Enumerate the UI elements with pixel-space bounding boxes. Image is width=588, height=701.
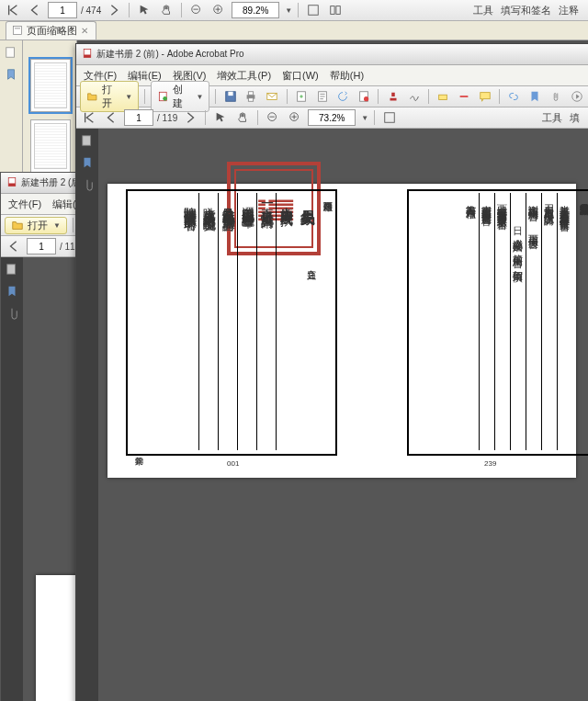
bookmarks-panel-icon[interactable]	[81, 156, 94, 169]
menu-help[interactable]: 帮助(H)	[326, 69, 368, 83]
delete-page-button[interactable]	[356, 87, 373, 106]
menu-plugins[interactable]: 增效工具(P)	[213, 69, 275, 83]
bookmarks-panel-icon[interactable]	[5, 68, 17, 81]
right-col-1: 半草書大書雜書寰書反左書行押書微書景書	[557, 193, 572, 450]
stamp-button[interactable]	[384, 87, 401, 106]
print-button[interactable]	[243, 87, 260, 106]
pdf-icon	[6, 176, 17, 189]
svg-rect-30	[385, 113, 395, 123]
svg-rect-4	[336, 6, 340, 15]
left-col-1: 唐太常少卿段成式撰	[276, 193, 295, 450]
pointer-tool-button[interactable]	[135, 1, 153, 19]
thumbnail-1[interactable]	[30, 59, 71, 112]
tools-link[interactable]: 工具	[473, 4, 493, 17]
edit-text-button[interactable]	[313, 87, 331, 106]
fill-link-partial[interactable]: 填	[570, 111, 580, 125]
left-col-6: 鴞味豐螢號下箸乎固復而不恥者	[180, 193, 198, 450]
pages-panel-icon[interactable]	[5, 46, 17, 59]
rotate-button[interactable]	[334, 87, 352, 106]
prev-page-button[interactable]	[5, 237, 23, 255]
zoom-dropdown-icon[interactable]: ▼	[285, 6, 292, 15]
menu-file[interactable]: 文件(F)	[5, 198, 45, 211]
prev-page-button[interactable]	[102, 108, 120, 127]
page-number-input[interactable]	[124, 109, 153, 126]
hand-tool-button[interactable]	[233, 108, 252, 127]
page-total-label: / 474	[81, 6, 101, 16]
prev-page-button[interactable]	[26, 1, 44, 19]
zoom-out-button[interactable]	[264, 108, 282, 127]
export-pdf-button[interactable]	[292, 87, 310, 106]
attach-button[interactable]	[548, 87, 565, 106]
pdf-icon	[82, 48, 93, 61]
page-number-input[interactable]	[27, 238, 56, 254]
link-button[interactable]	[505, 87, 523, 106]
svg-rect-3	[331, 6, 334, 15]
reading-mode-button[interactable]	[326, 1, 345, 19]
open-button[interactable]: 打开▼	[5, 217, 67, 234]
zoom-out-button[interactable]	[187, 1, 206, 19]
base-right-links: 工具 填写和签名 注释	[473, 4, 584, 17]
pointer-tool-button[interactable]	[211, 108, 230, 127]
right-col-5: 西域書有驢書蓮書節分晉大秦書駅來書	[494, 193, 510, 450]
thumbnail-2[interactable]	[30, 119, 71, 173]
zoom-in-button[interactable]	[209, 1, 228, 19]
left-col-4: 之餘及惟及戲無侵於儒無若詩書	[218, 193, 237, 450]
multimedia-button[interactable]	[568, 87, 585, 106]
first-page-button[interactable]	[80, 108, 98, 127]
next-page-button[interactable]	[105, 1, 123, 19]
w3-document-area: ䷁䷀ 酉陽雜俎序 夫易象 窪之負 唐太常少卿段成式撰 一車之言近於惟也詩人南 邇…	[98, 129, 588, 701]
svg-rect-12	[84, 55, 91, 58]
w3-toolbar-nav: / 119 ▼ 工具 填	[76, 107, 588, 129]
right-col-2: 召秦用虎爪為不可學以防詐偽	[541, 193, 557, 450]
signature-button[interactable]	[405, 87, 423, 106]
attachments-panel-icon[interactable]	[6, 307, 18, 320]
highlight-button[interactable]	[435, 87, 452, 106]
left-col-5: 之味大羹史為折俎子為醯醢也炙	[198, 193, 218, 450]
comment-link[interactable]: 注释	[559, 4, 579, 17]
bookmarks-panel-icon[interactable]	[6, 285, 18, 298]
bookmark-button[interactable]	[526, 87, 544, 106]
first-page-button[interactable]	[4, 1, 22, 19]
right-col-7: 書等有六十四種	[464, 193, 479, 450]
mail-button[interactable]	[264, 87, 281, 106]
foot-239: 239	[484, 459, 496, 468]
fill-sign-link[interactable]: 填写和签名	[501, 4, 551, 17]
svg-rect-7	[6, 48, 15, 58]
strikeout-button[interactable]	[456, 87, 473, 106]
svg-rect-19	[249, 98, 254, 102]
svg-rect-2	[309, 6, 319, 16]
thumbnails-tab[interactable]: 页面缩略图 ✕	[6, 21, 96, 40]
page-number-input[interactable]	[48, 2, 77, 18]
close-tab-icon[interactable]: ✕	[81, 26, 88, 36]
zoom-in-button[interactable]	[286, 108, 304, 127]
svg-rect-6	[15, 28, 20, 29]
fit-width-button[interactable]	[380, 108, 399, 127]
right-col-6: 書樹葉書起屍書天書龍書鳥音	[479, 193, 494, 450]
svg-rect-16	[228, 92, 232, 96]
svg-rect-26	[480, 93, 490, 99]
page-total-label: / 119	[157, 113, 177, 123]
zoom-input[interactable]	[232, 2, 279, 18]
next-page-button[interactable]	[181, 108, 199, 127]
right-col-4: 日 赤纖於蚕姻 節信用鳥書 朝賀用慎	[510, 193, 526, 450]
menu-window[interactable]: 窗口(W)	[278, 69, 322, 83]
attachments-panel-icon[interactable]	[81, 178, 94, 191]
open-button[interactable]: 打开▼	[80, 81, 139, 112]
tools-link[interactable]: 工具	[542, 111, 562, 125]
foot-001: 001	[227, 459, 239, 468]
save-button[interactable]	[221, 87, 239, 106]
note-button[interactable]	[476, 87, 493, 106]
svg-rect-25	[439, 95, 447, 99]
pages-panel-icon[interactable]	[81, 134, 94, 147]
pages-panel-icon[interactable]	[6, 263, 18, 276]
svg-rect-31	[83, 136, 91, 146]
zoom-dropdown-icon[interactable]: ▼	[361, 114, 368, 122]
thumbnails-tab-label: 页面缩略图	[27, 24, 77, 38]
hand-tool-button[interactable]	[157, 1, 175, 19]
right-col-3: 謝寧紹板用蝳脚書 喆下用偃波書	[526, 193, 541, 450]
svg-rect-18	[249, 92, 254, 96]
zoom-input[interactable]	[308, 109, 356, 126]
open-label: 打开	[28, 219, 48, 232]
create-button[interactable]: 创建▼	[151, 81, 209, 112]
fit-width-button[interactable]	[304, 1, 322, 19]
